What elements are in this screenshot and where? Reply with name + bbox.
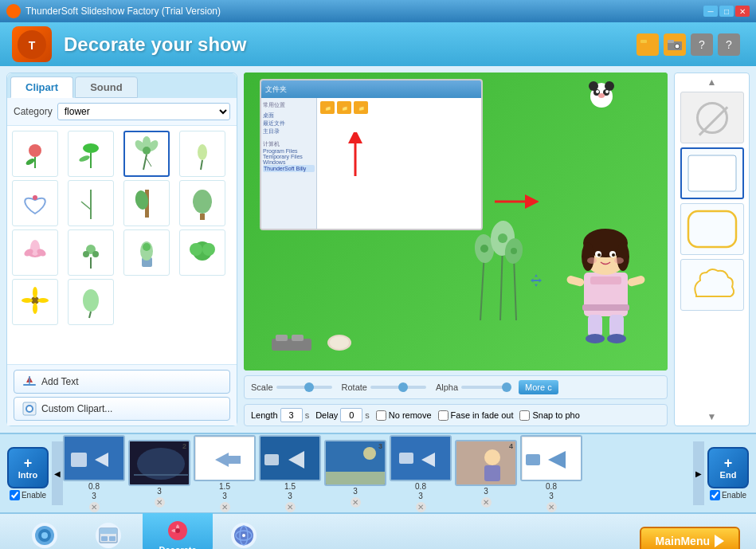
nav-publish[interactable]: Publish	[213, 518, 276, 549]
length-input[interactable]	[280, 408, 303, 422]
clipart-item[interactable]	[68, 131, 114, 177]
alpha-slider[interactable]	[461, 386, 509, 389]
film-delete-8[interactable]: ✕	[546, 502, 557, 512]
nav-template[interactable]: Template	[73, 518, 143, 549]
clipart-item[interactable]	[12, 229, 58, 276]
publish-icon	[231, 523, 257, 548]
film-delete-5[interactable]: ✕	[351, 497, 361, 508]
film-delete-3[interactable]: ✕	[220, 502, 230, 512]
svg-point-77	[614, 257, 624, 264]
film-thumb-4[interactable]	[259, 435, 321, 481]
svg-point-131	[242, 534, 245, 537]
right-thumb-3[interactable]	[680, 259, 744, 311]
film-delete-7[interactable]: ✕	[481, 497, 492, 508]
close-button[interactable]: ✕	[735, 6, 750, 17]
svg-rect-116	[484, 465, 500, 481]
clipart-item[interactable]	[179, 229, 225, 276]
scroll-up-button[interactable]: ▲	[707, 76, 717, 88]
clipart-item[interactable]	[68, 279, 114, 325]
no-remove-checkbox[interactable]	[376, 410, 386, 421]
end-button[interactable]: + End	[707, 447, 749, 488]
svg-point-47	[83, 289, 99, 312]
clipart-item[interactable]	[68, 180, 114, 226]
clipart-item[interactable]	[179, 180, 225, 226]
film-delete-2[interactable]: ✕	[155, 497, 165, 508]
tab-sound[interactable]: Sound	[75, 76, 137, 98]
no-remove-group: No remove	[376, 410, 432, 421]
clipart-item[interactable]	[68, 229, 114, 276]
browse-icon-button[interactable]	[664, 33, 686, 56]
folder-icon-button[interactable]	[637, 33, 659, 56]
titlebar: ThunderSoft Slideshow Factory (Trial Ver…	[0, 0, 756, 22]
film-delete-6[interactable]: ✕	[416, 502, 426, 512]
help2-icon-button[interactable]: ?	[718, 33, 740, 56]
svg-rect-80	[588, 315, 602, 337]
end-enable-checkbox[interactable]	[710, 490, 720, 500]
nav-decorate[interactable]: Decorate	[143, 513, 212, 549]
clipart-item[interactable]	[123, 229, 170, 276]
filmstrip-scroll-left[interactable]: ◀	[52, 441, 63, 505]
film-thumb-3[interactable]	[194, 435, 256, 481]
scale-slider[interactable]	[276, 386, 332, 389]
film-thumb-5[interactable]: 3	[324, 440, 386, 486]
svg-point-21	[33, 195, 37, 200]
svg-rect-78	[566, 275, 585, 287]
right-panel: ▲ ▼	[674, 73, 750, 426]
clipart-item-selected[interactable]	[123, 131, 170, 177]
rotate-slider[interactable]	[370, 386, 426, 389]
add-text-button[interactable]: Add Text	[14, 370, 230, 394]
svg-point-43	[33, 287, 37, 298]
scroll-down-button[interactable]: ▼	[707, 411, 717, 422]
film-dur-5: 3	[353, 487, 358, 496]
length-group: Length s	[251, 408, 309, 422]
clipart-item[interactable]	[12, 180, 58, 226]
main-menu-button[interactable]: MainMenu	[640, 527, 740, 549]
end-enable-label: Enable	[722, 491, 746, 500]
film-thumb-7[interactable]: 4	[455, 440, 517, 486]
svg-line-57	[514, 257, 516, 320]
film-dur-3: 1.5	[219, 482, 230, 491]
tab-clipart[interactable]: Clipart	[10, 76, 73, 98]
svg-point-97	[330, 336, 349, 349]
svg-rect-113	[399, 453, 413, 464]
clipart-item[interactable]	[12, 279, 58, 325]
maximize-button[interactable]: □	[719, 6, 734, 17]
right-thumb-1[interactable]	[680, 147, 744, 199]
fade-in-checkbox[interactable]	[438, 410, 449, 421]
minimize-button[interactable]: ─	[703, 6, 718, 17]
svg-rect-108	[264, 454, 279, 465]
play-arrow-icon	[715, 535, 724, 547]
help1-icon-button[interactable]: ?	[691, 33, 713, 56]
controls-bar-1: Scale Rotate Alpha More c	[244, 375, 668, 399]
film-delete-4[interactable]: ✕	[285, 502, 296, 512]
clipart-preview-flower[interactable]	[464, 221, 536, 327]
category-select[interactable]: flower animals nature shapes	[57, 103, 230, 120]
film-delete-1[interactable]: ✕	[89, 502, 100, 512]
filmstrip-scroll-right[interactable]: ▶	[693, 441, 704, 505]
nav-photo[interactable]: Photo	[16, 518, 73, 549]
clipart-item[interactable]	[123, 180, 170, 226]
clipart-item[interactable]	[179, 131, 225, 177]
film-thumb-1[interactable]	[63, 435, 125, 481]
intro-button[interactable]: + Intro	[7, 447, 49, 488]
svg-point-7	[29, 144, 41, 157]
film-thumb-2[interactable]: 2	[128, 440, 190, 486]
svg-point-111	[363, 447, 376, 460]
intro-enable-label: Enable	[22, 491, 46, 500]
custom-clipart-button[interactable]: Custom Clipart...	[14, 397, 230, 421]
film-dur-8: 0.8	[546, 482, 557, 491]
clipart-item[interactable]	[12, 131, 58, 177]
film-thumb-8[interactable]	[520, 435, 582, 481]
right-thumb-disabled[interactable]	[680, 92, 744, 143]
film-total-1: 3	[92, 492, 96, 500]
filmstrip: + Intro Enable ◀ 0.8 3 ✕	[0, 433, 756, 512]
more-button[interactable]: More c	[519, 380, 558, 394]
alpha-control: Alpha	[436, 382, 509, 392]
intro-enable-checkbox[interactable]	[10, 490, 20, 500]
snap-group: Snap to pho	[519, 410, 579, 421]
snap-checkbox[interactable]	[519, 410, 530, 421]
delay-input[interactable]	[340, 408, 362, 422]
film-slot-1: 0.8 3 ✕	[63, 435, 125, 512]
film-thumb-6[interactable]	[390, 435, 452, 481]
right-thumb-2[interactable]	[680, 203, 744, 255]
